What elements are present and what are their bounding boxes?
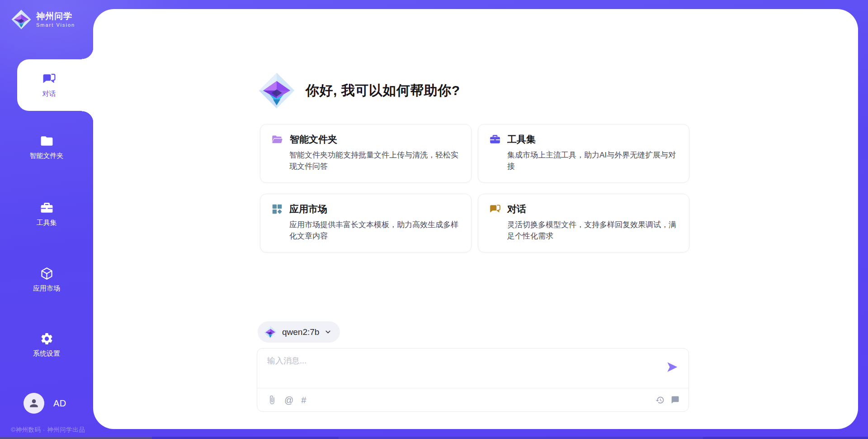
sidebar-item-toolset[interactable]: 工具集 bbox=[0, 201, 93, 227]
sidebar-item-smart-folders[interactable]: 智能文件夹 bbox=[0, 134, 93, 160]
card-chat[interactable]: 对话 灵活切换多模型文件，支持多样回复效果调试，满足个性化需求 bbox=[478, 194, 689, 253]
avatar bbox=[24, 393, 44, 414]
message-composer: @ # bbox=[257, 348, 689, 412]
diamond-logo-icon bbox=[258, 72, 296, 110]
app-grid-icon bbox=[271, 203, 283, 215]
diamond-logo-icon bbox=[11, 9, 32, 30]
card-title: 工具集 bbox=[507, 133, 536, 146]
chat-icon bbox=[489, 203, 501, 215]
model-selector[interactable]: qwen2:7b bbox=[258, 321, 340, 343]
sidebar-item-label: 工具集 bbox=[37, 219, 57, 227]
send-icon[interactable] bbox=[665, 360, 679, 374]
sidebar-item-label: 智能文件夹 bbox=[30, 152, 64, 160]
card-title: 应用市场 bbox=[289, 203, 327, 215]
folder-open-icon bbox=[271, 134, 283, 146]
card-app-market[interactable]: 应用市场 应用市场提供丰富长文本模板，助力高效生成多样化文章内容 bbox=[260, 194, 472, 253]
hashtag-icon[interactable]: # bbox=[301, 396, 306, 405]
sidebar-item-chat[interactable]: 对话 bbox=[17, 59, 94, 111]
sidebar-item-label: 对话 bbox=[42, 90, 56, 98]
brand-subtitle: Smart Vision bbox=[36, 22, 75, 28]
feature-cards: 智能文件夹 智能文件夹功能支持批量文件上传与清洗，轻松实现文件问答 工具集 集成… bbox=[260, 124, 689, 253]
attach-icon[interactable] bbox=[267, 395, 277, 405]
briefcase-icon bbox=[489, 134, 501, 145]
copyright-footer: ©神州数码 · 神州问学出品 bbox=[0, 426, 96, 434]
diamond-logo-icon bbox=[264, 325, 277, 339]
cube-icon bbox=[40, 267, 54, 281]
card-description: 应用市场提供丰富长文本模板，助力高效生成多样化文章内容 bbox=[289, 220, 460, 242]
sidebar-item-label: 系统设置 bbox=[33, 349, 60, 358]
user-name: AD bbox=[53, 398, 66, 409]
card-description: 智能文件夹功能支持批量文件上传与清洗，轻松实现文件问答 bbox=[289, 150, 460, 172]
history-icon[interactable] bbox=[656, 396, 665, 405]
person-icon bbox=[28, 397, 40, 409]
briefcase-icon bbox=[40, 201, 54, 215]
user-profile[interactable]: AD bbox=[24, 393, 66, 414]
folder-icon bbox=[40, 134, 54, 148]
card-description: 集成市场上主流工具，助力AI与外界无缝扩展与对接 bbox=[507, 150, 678, 172]
chevron-down-icon bbox=[324, 328, 332, 336]
message-input[interactable] bbox=[267, 355, 647, 383]
chat-bubble-icon[interactable] bbox=[671, 396, 679, 404]
card-description: 灵活切换多模型文件，支持多样回复效果调试，满足个性化需求 bbox=[507, 220, 678, 242]
sidebar-item-label: 应用市场 bbox=[33, 284, 60, 293]
greeting-row: 你好, 我可以如何帮助你? bbox=[258, 72, 460, 110]
model-name: qwen2:7b bbox=[282, 327, 319, 337]
card-title: 智能文件夹 bbox=[290, 133, 337, 146]
brand-title: 神州问学 bbox=[36, 11, 75, 21]
sidebar-item-app-market[interactable]: 应用市场 bbox=[0, 267, 93, 293]
brand-logo: 神州问学 Smart Vision bbox=[11, 9, 75, 30]
greeting-text: 你好, 我可以如何帮助你? bbox=[306, 81, 460, 100]
gear-icon bbox=[40, 332, 54, 346]
bottom-edge-strip bbox=[0, 437, 868, 439]
card-smart-folders[interactable]: 智能文件夹 智能文件夹功能支持批量文件上传与清洗，轻松实现文件问答 bbox=[260, 124, 472, 183]
mention-icon[interactable]: @ bbox=[284, 396, 293, 405]
card-title: 对话 bbox=[507, 203, 526, 215]
card-toolset[interactable]: 工具集 集成市场上主流工具，助力AI与外界无缝扩展与对接 bbox=[478, 124, 689, 183]
chat-icon bbox=[42, 72, 56, 86]
sidebar-item-settings[interactable]: 系统设置 bbox=[0, 332, 93, 358]
